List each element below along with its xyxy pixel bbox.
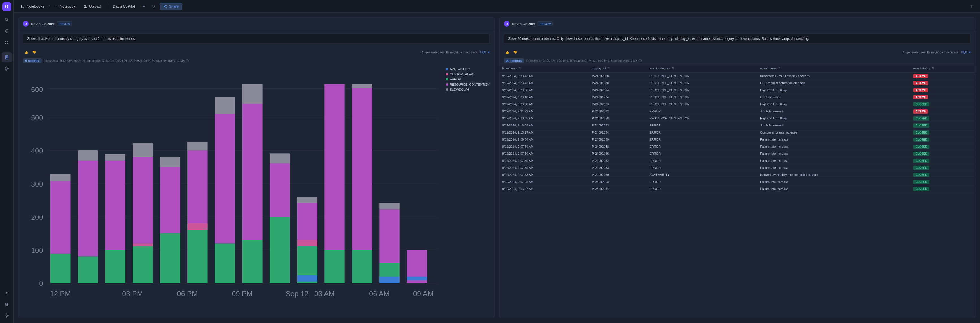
right-panel-icon: D	[504, 21, 509, 27]
right-thumbdown-icon[interactable]: 👎	[512, 49, 519, 55]
bar	[160, 233, 180, 283]
legend-availability-dot	[446, 68, 448, 70]
table-row[interactable]: 9/12/2024, 9:23:18 AM P-24091774 RESOURC…	[500, 94, 975, 101]
col-display-id[interactable]: display_id ⇅	[589, 65, 647, 73]
cell-event-name: Failure rate increase	[757, 143, 910, 150]
cell-timestamp: 9/12/2024, 9:07:59 AM	[500, 150, 589, 157]
table-row[interactable]: 9/12/2024, 9:07:59 AM P-24092033 ERROR F…	[500, 164, 975, 171]
bar	[242, 240, 262, 283]
cell-category: RESOURCE_CONTENTION	[647, 94, 757, 101]
share-button[interactable]: Share	[160, 3, 182, 10]
help-button[interactable]: ?	[967, 2, 975, 10]
cell-status: ACTIVE	[910, 80, 975, 87]
svg-text:400: 400	[31, 147, 43, 155]
legend-availability-label: AVAILABILITY	[450, 68, 470, 71]
svg-text:06 AM: 06 AM	[369, 290, 390, 298]
sidebar-item-more[interactable]	[2, 288, 12, 298]
table-row[interactable]: 9/12/2024, 9:07:59 AM P-24092032 ERROR F…	[500, 157, 975, 164]
left-panel-header: D Davis CoPilot Preview	[18, 17, 494, 30]
col-event-status[interactable]: event.status ⇅	[910, 65, 975, 73]
new-notebook-button[interactable]: + Notebook	[52, 2, 78, 10]
cell-status: CLOSED	[910, 171, 975, 179]
right-records-row: 20 records Executed at: 9/12/2024, 09:24…	[500, 57, 975, 65]
cell-display-id: P-24092048	[589, 143, 647, 150]
right-dql-button[interactable]: DQL ▾	[961, 50, 970, 54]
cell-category: RESOURCE_CONTENTION	[647, 115, 757, 122]
table-row[interactable]: 9/12/2024, 9:20:05 AM P-24092058 RESOURC…	[500, 115, 975, 122]
table-row[interactable]: 9/12/2024, 9:06:57 AM P-24092034 ERROR F…	[500, 185, 975, 193]
upload-button[interactable]: Upload	[81, 3, 103, 10]
svg-text:Sep 12: Sep 12	[286, 290, 309, 298]
table-row[interactable]: 9/12/2024, 9:23:38 AM P-24092064 RESOURC…	[500, 87, 975, 94]
cell-event-name: Network availability monitor global outa…	[757, 171, 910, 179]
cell-timestamp: 9/12/2024, 9:16:08 AM	[500, 122, 589, 129]
left-info-icon[interactable]: ⓘ	[186, 59, 189, 63]
table-row[interactable]: 9/12/2024, 9:21:22 AM P-24092062 ERROR J…	[500, 108, 975, 115]
sidebar-item-globe[interactable]	[2, 299, 12, 309]
left-ai-warning: AI-generated results might be inaccurate…	[422, 51, 478, 54]
thumbdown-icon[interactable]: 👎	[31, 49, 38, 55]
legend-custom-alert-dot	[446, 73, 448, 75]
left-records-count: 5 records	[23, 59, 41, 63]
table-row[interactable]: 9/12/2024, 9:07:59 AM P-24092036 ERROR F…	[500, 150, 975, 157]
table-row[interactable]: 9/12/2024, 9:16:08 AM P-24092023 ERROR J…	[500, 122, 975, 129]
sidebar-item-search[interactable]	[2, 15, 12, 25]
legend-resource-label: RESOURCE_CONTENTION	[450, 83, 490, 86]
cell-category: ERROR	[647, 150, 757, 157]
col-event-name[interactable]: event.name ⇅	[757, 65, 910, 73]
col-timestamp[interactable]: timestamp ⇅	[500, 65, 589, 73]
right-info-icon[interactable]: ⓘ	[639, 59, 642, 63]
sidebar-item-settings[interactable]	[2, 310, 12, 321]
table-row[interactable]: 9/12/2024, 9:23:08 AM P-24092063 RESOURC…	[500, 101, 975, 108]
app-logo[interactable]: D	[2, 2, 11, 11]
bar	[215, 114, 235, 244]
right-query-text: Show 20 most recent problems. Only show …	[508, 37, 809, 41]
legend-error[interactable]: ERROR	[446, 78, 490, 81]
sidebar-item-apps[interactable]	[2, 37, 12, 48]
right-thumbup-icon[interactable]: 👍	[504, 49, 511, 55]
svg-text:300: 300	[31, 180, 43, 188]
table-row[interactable]: 9/12/2024, 9:07:53 AM P-24092060 AVAILAB…	[500, 171, 975, 179]
refresh-button[interactable]: ↻	[150, 2, 158, 10]
more-options-button[interactable]: •••	[139, 2, 147, 10]
notebooks-button[interactable]: Notebooks	[18, 3, 47, 10]
sidebar-item-bell[interactable]	[2, 26, 12, 36]
bar	[132, 243, 153, 246]
right-ai-warning: AI-generated results might be inaccurate…	[902, 51, 959, 54]
bar	[270, 153, 290, 163]
table-row[interactable]: 9/12/2024, 9:15:17 AM P-24092054 ERROR C…	[500, 129, 975, 136]
bar	[160, 167, 180, 233]
bar	[352, 88, 372, 250]
left-panel-title: Davis CoPilot	[31, 22, 54, 26]
col-event-category[interactable]: event.category ⇅	[647, 65, 757, 73]
thumbup-icon[interactable]: 👍	[23, 49, 30, 55]
legend-slowdown[interactable]: SLOWDOWN	[446, 88, 490, 91]
cell-display-id: P-24092063	[589, 101, 647, 108]
legend-custom-alert[interactable]: CUSTOM_ALERT	[446, 73, 490, 76]
svg-rect-5	[7, 43, 8, 44]
left-panel-preview[interactable]: Preview	[57, 21, 72, 26]
cell-category: ERROR	[647, 179, 757, 185]
cell-timestamp: 9/12/2024, 9:06:57 AM	[500, 185, 589, 193]
table-container: timestamp ⇅ display_id ⇅ event.category …	[500, 65, 975, 318]
left-dql-button[interactable]: DQL ▾	[480, 50, 490, 54]
bar	[242, 104, 262, 240]
svg-text:12 PM: 12 PM	[50, 290, 71, 298]
svg-text:100: 100	[31, 247, 43, 254]
notebook-label: Notebook	[60, 4, 76, 8]
table-row[interactable]: 9/12/2024, 9:09:54 AM P-24092059 ERROR F…	[500, 136, 975, 143]
table-row[interactable]: 9/12/2024, 9:23:43 AM P-24092008 RESOURC…	[500, 73, 975, 80]
table-row[interactable]: 9/12/2024, 9:23:43 AM P-24091988 RESOURC…	[500, 80, 975, 87]
sidebar-item-notebook[interactable]	[2, 52, 12, 62]
legend-availability[interactable]: AVAILABILITY	[446, 68, 490, 71]
right-panel-preview[interactable]: Preview	[538, 21, 553, 26]
table-row[interactable]: 9/12/2024, 9:07:03 AM P-24092053 ERROR F…	[500, 179, 975, 185]
right-panel-title: Davis CoPilot	[512, 22, 536, 26]
bar	[242, 84, 262, 104]
bar	[105, 154, 125, 161]
table-row[interactable]: 9/12/2024, 9:07:59 AM P-24092048 ERROR F…	[500, 143, 975, 150]
right-executed-at: Executed at: 9/12/2024, 09:24:40, Timefr…	[527, 59, 638, 62]
legend-resource-contention[interactable]: RESOURCE_CONTENTION	[446, 83, 490, 86]
sidebar-item-settings2[interactable]	[2, 63, 12, 74]
right-feedback: 👍 👎	[504, 49, 519, 55]
